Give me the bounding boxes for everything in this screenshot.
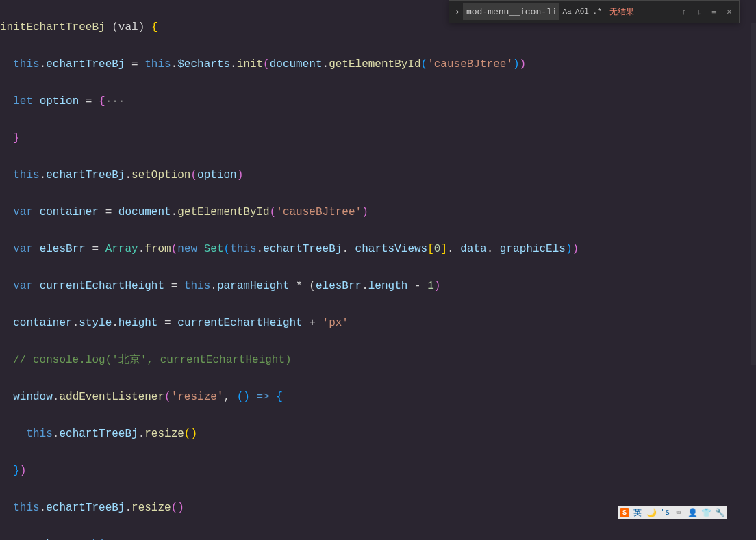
search-result-text: 无结果 xyxy=(609,6,634,18)
skin-icon[interactable]: 👕 xyxy=(701,507,711,518)
minimap[interactable] xyxy=(751,23,756,365)
search-input[interactable] xyxy=(463,3,559,20)
ime-punct-icon[interactable]: 's xyxy=(659,507,670,518)
ime-toolbar: S 英 🌙 's ⌨ 👤 👕 🔧 xyxy=(618,506,727,519)
person-icon[interactable]: 👤 xyxy=(687,507,698,518)
close-icon[interactable]: ✕ xyxy=(722,5,736,18)
match-case-icon[interactable]: Aa xyxy=(560,5,574,18)
moon-icon[interactable]: 🌙 xyxy=(646,507,657,518)
keyboard-icon[interactable]: ⌨ xyxy=(673,507,684,518)
next-match-icon[interactable]: ↓ xyxy=(692,5,706,18)
settings-icon[interactable]: 🔧 xyxy=(714,507,725,518)
toggle-replace-icon[interactable]: › xyxy=(452,1,463,23)
find-widget: › Aa Aбl .* 无结果 ↑ ↓ ≡ ✕ xyxy=(449,0,740,23)
prev-match-icon[interactable]: ↑ xyxy=(677,5,691,18)
code-text: initEchartTreeBj xyxy=(0,21,105,34)
ime-logo-icon[interactable]: S xyxy=(620,508,629,517)
code-editor[interactable]: initEchartTreeBj (val) { this.echartTree… xyxy=(0,0,756,540)
find-in-selection-icon[interactable]: ≡ xyxy=(707,5,721,18)
ime-language-icon[interactable]: 英 xyxy=(632,507,643,518)
regex-icon[interactable]: .* xyxy=(590,5,604,18)
match-whole-word-icon[interactable]: Aбl xyxy=(575,5,589,18)
